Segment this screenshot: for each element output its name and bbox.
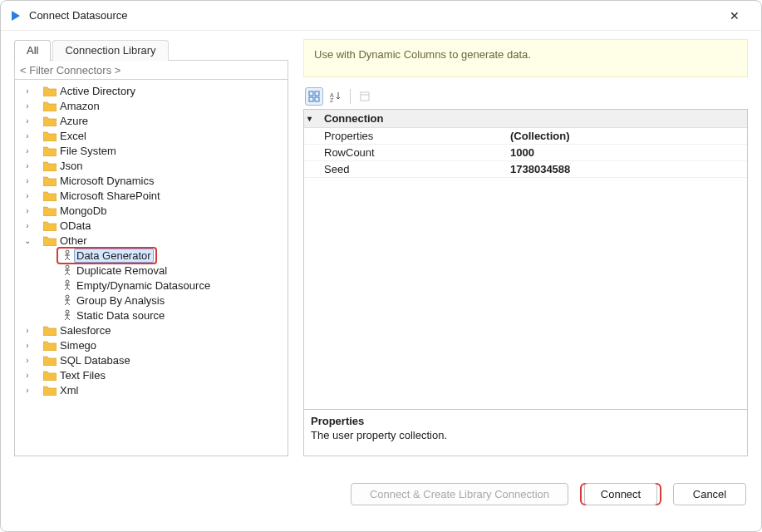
svg-rect-29 xyxy=(315,97,319,101)
tree-folder-azure[interactable]: ›Azure xyxy=(15,113,288,128)
tree-label: Azure xyxy=(60,115,88,127)
tree-folder-file-system[interactable]: ›File System xyxy=(15,143,288,158)
property-value[interactable]: (Collection) xyxy=(510,130,747,142)
chevron-right-icon[interactable]: › xyxy=(22,131,33,140)
tree-label: Amazon xyxy=(60,100,100,112)
property-grid-toolbar: A Z xyxy=(303,86,748,107)
property-row-properties[interactable]: Properties(Collection) xyxy=(304,128,747,145)
chevron-right-icon[interactable]: › xyxy=(22,146,33,155)
tree-item-static-data-source[interactable]: Static Data source xyxy=(15,308,288,323)
window-close-button[interactable]: ✕ xyxy=(716,4,753,27)
chevron-right-icon[interactable]: › xyxy=(22,191,33,200)
tree-label: Microsoft SharePoint xyxy=(60,190,160,202)
description-title: Properties xyxy=(311,415,740,427)
folder-icon xyxy=(43,234,57,246)
tab-all[interactable]: All xyxy=(14,40,51,61)
tree-label: Xml xyxy=(60,384,78,397)
tree-label: Microsoft Dynamics xyxy=(60,175,154,187)
chevron-down-icon[interactable]: ▾ xyxy=(307,114,319,123)
svg-rect-26 xyxy=(309,91,313,96)
chevron-right-icon[interactable]: › xyxy=(22,356,33,365)
property-value[interactable]: 1000 xyxy=(510,146,747,159)
property-name: Seed xyxy=(304,163,510,175)
folder-icon xyxy=(43,175,57,186)
filter-connectors-input[interactable] xyxy=(14,60,288,80)
tree-folder-mongodb[interactable]: ›MongoDb xyxy=(15,203,288,218)
chevron-right-icon[interactable]: › xyxy=(22,116,33,126)
categorized-view-button[interactable] xyxy=(305,87,323,106)
folder-icon xyxy=(43,160,57,171)
chevron-right-icon[interactable]: › xyxy=(22,221,33,230)
property-row-rowcount[interactable]: RowCount1000 xyxy=(304,145,747,161)
svg-line-4 xyxy=(65,258,67,260)
property-pages-button[interactable] xyxy=(356,87,374,106)
tree-folder-other[interactable]: ⌄Other xyxy=(15,233,288,248)
titlebar: Connect Datasource ✕ xyxy=(1,1,761,31)
chevron-right-icon[interactable]: › xyxy=(22,101,33,111)
connect-button[interactable]: Connect xyxy=(584,483,657,505)
property-row-seed[interactable]: Seed1738034588 xyxy=(304,161,747,178)
folder-icon xyxy=(43,115,57,126)
connect-create-library-button: Connect & Create Library Connection xyxy=(351,483,568,505)
tree-item-data-generator[interactable]: Data Generator xyxy=(15,248,288,263)
svg-rect-28 xyxy=(309,97,313,101)
tree-item-label: Group By Analysis xyxy=(76,294,165,307)
connector-icon xyxy=(61,308,73,322)
tree-item-duplicate-removal[interactable]: Duplicate Removal xyxy=(15,263,288,278)
tree-folder-sql-database[interactable]: ›SQL Database xyxy=(15,352,288,367)
svg-line-10 xyxy=(67,273,70,275)
alphabetical-view-button[interactable]: A Z xyxy=(327,87,345,106)
chevron-right-icon[interactable]: › xyxy=(22,161,33,170)
tree-folder-text-files[interactable]: ›Text Files xyxy=(15,367,288,382)
tree-label: Other xyxy=(60,234,87,247)
chevron-right-icon[interactable]: › xyxy=(22,371,33,380)
chevron-right-icon[interactable]: › xyxy=(22,326,33,335)
category-header-connection[interactable]: ▾ Connection xyxy=(304,110,747,128)
tree-folder-microsoft-sharepoint[interactable]: ›Microsoft SharePoint xyxy=(15,188,288,203)
tree-folder-amazon[interactable]: ›Amazon xyxy=(15,98,288,113)
selection-highlight: Data Generator xyxy=(57,247,157,264)
folder-icon xyxy=(43,354,57,366)
description-body: The user property collection. xyxy=(311,429,740,441)
svg-text:Z: Z xyxy=(330,97,334,102)
chevron-right-icon[interactable]: › xyxy=(22,386,33,395)
category-label: Connection xyxy=(324,112,384,125)
chevron-down-icon[interactable]: ⌄ xyxy=(22,236,33,245)
property-name: RowCount xyxy=(304,146,510,159)
chevron-right-icon[interactable]: › xyxy=(22,341,33,350)
connector-icon xyxy=(61,249,73,262)
tree-label: Simego xyxy=(60,339,96,352)
tree-folder-microsoft-dynamics[interactable]: ›Microsoft Dynamics xyxy=(15,173,288,188)
svg-line-20 xyxy=(67,303,70,305)
tab-connection-library[interactable]: Connection Library xyxy=(52,40,168,61)
app-icon xyxy=(9,9,22,22)
cancel-button[interactable]: Cancel xyxy=(673,483,746,505)
dialog-footer: Connect & Create Library Connection Conn… xyxy=(14,470,748,518)
tree-folder-xml[interactable]: ›Xml xyxy=(15,382,288,397)
window-title: Connect Datasource xyxy=(29,9,128,22)
property-grid: ▾ Connection Properties(Collection)RowCo… xyxy=(303,109,748,456)
chevron-right-icon[interactable]: › xyxy=(22,206,33,215)
svg-point-11 xyxy=(66,280,69,283)
connector-tree[interactable]: ›Active Directory›Amazon›Azure›Excel›Fil… xyxy=(14,80,288,456)
tree-folder-odata[interactable]: ›OData xyxy=(15,218,288,233)
chevron-right-icon[interactable]: › xyxy=(22,176,33,185)
tree-label: Salesforce xyxy=(60,324,111,337)
tree-folder-simego[interactable]: ›Simego xyxy=(15,337,288,352)
tree-folder-json[interactable]: ›Json xyxy=(15,158,288,173)
tree-item-empty-dynamic-datasource[interactable]: Empty/Dynamic Datasource xyxy=(15,278,288,293)
tree-folder-excel[interactable]: ›Excel xyxy=(15,128,288,143)
svg-point-1 xyxy=(66,250,69,254)
property-value[interactable]: 1738034588 xyxy=(510,163,747,175)
property-description-pane: Properties The user property collection. xyxy=(304,409,747,456)
folder-icon xyxy=(43,369,57,381)
tree-item-group-by-analysis[interactable]: Group By Analysis xyxy=(15,293,288,308)
svg-rect-27 xyxy=(315,91,319,96)
tree-folder-active-directory[interactable]: ›Active Directory xyxy=(15,83,288,98)
folder-icon xyxy=(43,190,57,201)
svg-marker-0 xyxy=(12,11,20,21)
tree-folder-salesforce[interactable]: ›Salesforce xyxy=(15,323,288,337)
tree-item-label: Data Generator xyxy=(74,249,154,263)
chevron-right-icon[interactable]: › xyxy=(22,86,33,96)
folder-icon xyxy=(43,324,57,336)
